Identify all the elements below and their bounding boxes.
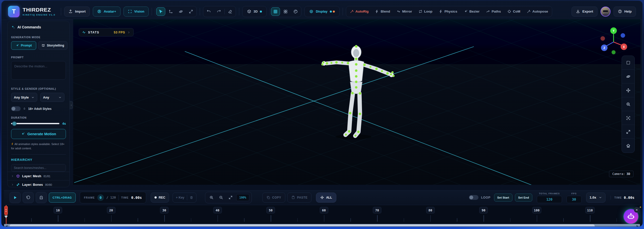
set-end-button[interactable]: Set End [515, 194, 532, 202]
center-of-mass-icon [507, 10, 511, 13]
sparkles-icon [11, 25, 15, 29]
hierarchy-title: HIERARCHY [11, 154, 66, 162]
import-button[interactable]: Import [64, 7, 90, 17]
layer-row-mesh[interactable]: Layer: Mesh 81/81 [8, 172, 69, 180]
style-select[interactable]: Any Style [11, 93, 37, 102]
ghost-onion-button[interactable] [36, 192, 47, 203]
com-button[interactable]: CoM [505, 7, 523, 16]
reset-button[interactable] [23, 192, 34, 203]
loop-button[interactable]: Loop [416, 7, 435, 16]
undo-icon [207, 9, 211, 14]
home-view-button[interactable] [622, 139, 634, 153]
display-button[interactable]: Display [306, 7, 338, 16]
minor-tick [457, 218, 457, 222]
frame-label: 60 [320, 207, 328, 213]
duration-slider[interactable] [11, 123, 59, 124]
zap-icon [375, 10, 379, 13]
stats-panel[interactable]: STATS 53 FPS [79, 28, 134, 36]
ctrl-drag-mode-button[interactable]: CTRL+DRAG [49, 193, 76, 203]
slider-knob[interactable] [12, 121, 17, 126]
fullscreen-button[interactable] [622, 125, 634, 139]
generate-motion-button[interactable]: Generate Motion [11, 129, 66, 139]
copy-button[interactable]: COPY [262, 193, 285, 203]
delete-key-button[interactable] [190, 196, 193, 199]
playhead-handle[interactable] [4, 206, 8, 215]
zoom-out-button[interactable] [217, 194, 225, 202]
set-start-button[interactable]: Set Start [494, 194, 512, 202]
pulse-icon [82, 30, 86, 34]
layer-row-bones[interactable]: Layer: Bones 80/80 [8, 180, 69, 189]
scroll-right-arrow[interactable] [636, 225, 638, 227]
orbit-camera-button[interactable] [622, 70, 634, 83]
scroll-left-arrow[interactable] [6, 225, 8, 227]
timeline-scrollbar[interactable] [4, 224, 640, 227]
redo-icon [217, 9, 221, 14]
zoom-camera-button[interactable] [622, 97, 634, 111]
play-button[interactable] [10, 192, 21, 203]
add-key-button[interactable]: + Key [176, 196, 184, 199]
loop-toggle[interactable] [469, 195, 478, 200]
orientation-gizmo[interactable]: Y X Z [598, 26, 630, 55]
marquee-select-button[interactable] [622, 56, 634, 70]
scale-tool-button[interactable] [186, 7, 195, 16]
paste-button[interactable]: PASTE [287, 193, 312, 203]
user-avatar[interactable] [600, 7, 611, 17]
gizmo-neg-z[interactable] [621, 33, 625, 38]
gizmo-neg-x[interactable] [600, 36, 605, 41]
autopose-button[interactable]: Autopose [524, 7, 551, 16]
sidebar-collapse-handle[interactable] [70, 101, 73, 109]
prompt-input[interactable] [11, 61, 66, 80]
move-tool-button[interactable] [166, 7, 175, 16]
view-3d-button[interactable]: 3D [244, 7, 266, 16]
redo-button[interactable] [214, 7, 223, 16]
assistant-close-button[interactable] [634, 207, 639, 213]
apps-view-button[interactable] [281, 7, 290, 16]
grid-view-button[interactable] [271, 7, 280, 16]
blend-button[interactable]: Blend [372, 7, 393, 16]
minor-tick [297, 218, 298, 222]
apps-grid-icon [283, 9, 288, 14]
eraser-button[interactable] [226, 7, 235, 16]
fps-input[interactable]: 30 [567, 196, 582, 203]
undo-button[interactable] [204, 7, 213, 16]
avatar-plus-button[interactable]: Avatar+ [93, 7, 120, 17]
record-dot-icon [154, 196, 157, 199]
scrollbar-thumb[interactable] [10, 224, 595, 227]
character-model[interactable] [321, 45, 394, 139]
autorig-button[interactable]: AutoRig [347, 7, 371, 16]
physics-button[interactable]: Physics [436, 7, 460, 16]
adult-styles-toggle[interactable] [11, 106, 21, 111]
fit-timeline-button[interactable] [227, 194, 235, 202]
duration-label: DURATION [11, 116, 66, 119]
select-all-button[interactable]: ALL [316, 193, 336, 203]
storytelling-mode-button[interactable]: Storytelling [38, 41, 67, 50]
mirror-button[interactable]: Mirror [394, 7, 415, 16]
focus-selection-button[interactable] [622, 111, 634, 125]
viewport-3d[interactable]: STATS 53 FPS Y X Z [73, 19, 640, 185]
gizmo-neg-y[interactable] [612, 50, 616, 54]
pan-camera-button[interactable] [622, 83, 634, 97]
vision-button[interactable]: Vision [124, 7, 149, 17]
help-button[interactable]: Help [614, 7, 636, 17]
timeline-zoom-value[interactable]: 100% [236, 194, 249, 201]
zoom-in-button[interactable] [208, 194, 216, 202]
current-frame-input[interactable]: 0 [97, 194, 104, 201]
select-tool-button[interactable] [156, 7, 165, 16]
total-frames-input[interactable]: 120 [537, 196, 562, 203]
frame-label: 20 [107, 207, 115, 213]
export-button[interactable]: Export [572, 7, 597, 17]
rotate-tool-button[interactable] [176, 7, 185, 16]
hierarchy-search-input[interactable] [11, 164, 66, 172]
playback-speed-select[interactable]: 1.0x [586, 193, 606, 203]
paths-button[interactable]: Paths [483, 7, 504, 16]
divider [61, 8, 61, 15]
record-button[interactable]: REC [151, 193, 169, 203]
prompt-mode-button[interactable]: Prompt [11, 41, 36, 50]
gender-select[interactable]: Any [40, 93, 64, 102]
transform-tool-group [155, 6, 197, 17]
bezier-button[interactable]: Bezier [461, 7, 482, 16]
timeline-ruler[interactable]: 102030405060708090100110120 [4, 205, 640, 224]
divider [200, 8, 200, 15]
palette-button[interactable] [291, 7, 300, 16]
palette-icon [293, 9, 298, 14]
